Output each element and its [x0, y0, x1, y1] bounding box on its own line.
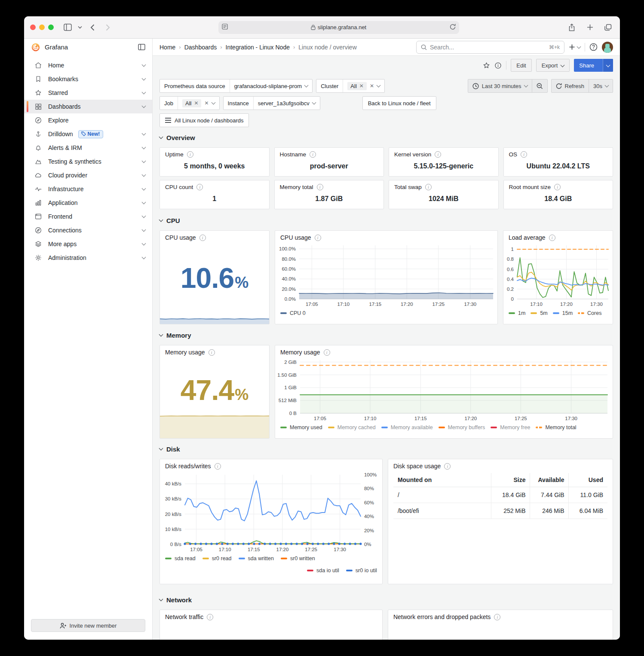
legend-item[interactable]: sda read: [165, 555, 196, 561]
section-memory[interactable]: Memory: [159, 330, 613, 340]
panel-info-icon[interactable]: i: [207, 614, 213, 620]
sidebar-item-explore[interactable]: Explore: [24, 113, 152, 127]
legend-item[interactable]: CPU 0: [280, 310, 306, 316]
grafana-logo[interactable]: [31, 43, 40, 52]
table-header[interactable]: Size: [491, 473, 530, 487]
panel-info-icon[interactable]: i: [494, 614, 500, 620]
chevron-down-icon[interactable]: [142, 200, 146, 204]
brand-name[interactable]: Grafana: [45, 43, 68, 51]
back-button[interactable]: [86, 21, 98, 34]
legend-item[interactable]: Memory free: [491, 424, 530, 430]
legend-item[interactable]: sda written: [239, 555, 274, 561]
chevron-down-icon[interactable]: [142, 145, 146, 150]
chevron-down-icon[interactable]: [142, 90, 146, 95]
chevron-down-icon[interactable]: [142, 76, 146, 81]
clear-job-icon[interactable]: ✕: [204, 100, 209, 106]
sidebar-item-testing-synthetics[interactable]: Testing & synthetics: [24, 155, 152, 168]
chevron-down-icon[interactable]: [142, 214, 146, 218]
sidebar-item-bookmarks[interactable]: Bookmarks: [24, 72, 152, 86]
sidebar-item-cloud-provider[interactable]: Cloud provider: [24, 168, 152, 182]
forward-button[interactable]: [102, 21, 114, 34]
chevron-down-icon[interactable]: [142, 104, 146, 108]
datasource-value[interactable]: grafanacloud-sliplane-prom: [234, 83, 302, 89]
legend-item[interactable]: Memory available: [381, 424, 433, 430]
edit-button[interactable]: Edit: [511, 59, 531, 72]
legend-item[interactable]: Memory total: [536, 424, 576, 430]
tab-overview-icon[interactable]: [602, 21, 614, 34]
panel-info-icon[interactable]: i: [554, 184, 561, 190]
instance-value[interactable]: server_1a3ufgsoibcv: [258, 100, 310, 107]
remove-cluster-value-icon[interactable]: ✕: [359, 83, 364, 89]
legend-item[interactable]: sda io util: [307, 568, 339, 574]
breadcrumb-item[interactable]: Integration - Linux Node: [226, 44, 290, 51]
legend-item[interactable]: Memory cached: [328, 424, 376, 430]
user-avatar[interactable]: [602, 42, 613, 53]
chevron-down-icon[interactable]: [142, 186, 146, 191]
help-icon[interactable]: [589, 43, 598, 51]
sidebar-item-application[interactable]: Application: [24, 196, 152, 210]
address-bar[interactable]: sliplane.grafana.net: [218, 21, 459, 34]
sidebar-item-administration[interactable]: Administration: [24, 251, 152, 265]
chevron-down-icon[interactable]: [142, 173, 146, 177]
share-button[interactable]: Share: [574, 59, 613, 72]
panel-info-icon[interactable]: i: [444, 463, 451, 470]
zoom-window-button[interactable]: [48, 24, 54, 30]
time-range-picker[interactable]: Last 30 minutes: [468, 79, 548, 93]
minimize-window-button[interactable]: [39, 24, 45, 30]
breadcrumb-item[interactable]: Dashboards: [184, 44, 217, 51]
job-value[interactable]: All: [185, 100, 191, 107]
job-filter[interactable]: Job All✕ ✕: [159, 96, 220, 110]
invite-new-member-button[interactable]: Invite new member: [31, 619, 145, 632]
legend-item[interactable]: Memory used: [280, 424, 322, 430]
panel-info-icon[interactable]: i: [209, 349, 215, 356]
share-page-icon[interactable]: [566, 21, 578, 34]
add-new-button[interactable]: [569, 44, 580, 50]
section-overview[interactable]: Overview: [159, 132, 613, 143]
legend-item[interactable]: Cores: [578, 310, 601, 316]
datasource-picker[interactable]: Prometheus data source grafanacloud-slip…: [159, 79, 313, 93]
table-header[interactable]: Used: [569, 473, 607, 487]
panel-info-icon[interactable]: i: [315, 235, 321, 241]
sidebar-item-connections[interactable]: Connections: [24, 223, 152, 237]
legend-item[interactable]: sr0 io util: [346, 568, 377, 574]
panel-info-icon[interactable]: i: [549, 235, 555, 241]
refresh-interval-dropdown[interactable]: 30s: [589, 79, 613, 92]
close-window-button[interactable]: [30, 24, 36, 30]
sidebar-item-dashboards[interactable]: Dashboards: [24, 100, 152, 113]
panel-info-icon[interactable]: i: [310, 151, 316, 158]
chevron-down-icon[interactable]: [142, 63, 146, 67]
sidebar-item-drilldown[interactable]: DrilldownNew!: [24, 127, 152, 141]
sidebar-item-infrastructure[interactable]: Infrastructure: [24, 182, 152, 196]
legend-item[interactable]: sr0 written: [281, 555, 315, 561]
all-dashboards-button[interactable]: All Linux node / dashboards: [159, 113, 249, 127]
sidebar-item-more-apps[interactable]: More apps: [24, 237, 152, 251]
panel-info-icon[interactable]: i: [435, 151, 441, 158]
share-caret-icon[interactable]: [603, 59, 613, 72]
legend-item[interactable]: sr0 read: [202, 555, 232, 561]
table-header[interactable]: Mounted on: [393, 473, 491, 487]
chevron-down-icon[interactable]: [142, 255, 146, 259]
legend-item[interactable]: 15m: [553, 310, 573, 316]
panel-info-icon[interactable]: i: [215, 463, 221, 470]
chevron-down-icon[interactable]: [142, 228, 146, 232]
panel-info-icon[interactable]: i: [425, 184, 432, 190]
zoom-out-time-icon[interactable]: [532, 79, 547, 92]
panel-info-icon[interactable]: i: [196, 184, 203, 190]
sidebar-item-starred[interactable]: Starred: [24, 86, 152, 100]
dashboard-info-icon[interactable]: [494, 62, 502, 69]
breadcrumb-item[interactable]: Home: [159, 44, 175, 51]
chevron-down-icon[interactable]: [142, 159, 146, 163]
chevron-down-icon[interactable]: [77, 21, 83, 34]
section-disk[interactable]: Disk: [159, 444, 613, 454]
new-tab-icon[interactable]: [584, 21, 596, 34]
sidebar-item-alerts-irm[interactable]: Alerts & IRM: [24, 141, 152, 155]
legend-item[interactable]: Memory buffers: [439, 424, 485, 430]
panel-info-icon[interactable]: i: [199, 235, 206, 241]
panel-info-icon[interactable]: i: [324, 349, 330, 356]
table-header[interactable]: Available: [530, 473, 569, 487]
reload-icon[interactable]: [450, 24, 456, 31]
refresh-button[interactable]: Refresh: [552, 79, 589, 92]
instance-filter[interactable]: Instance server_1a3ufgsoibcv: [223, 96, 320, 110]
cluster-value[interactable]: All: [350, 83, 356, 89]
back-to-fleet-button[interactable]: Back to Linux node / fleet: [362, 96, 436, 110]
